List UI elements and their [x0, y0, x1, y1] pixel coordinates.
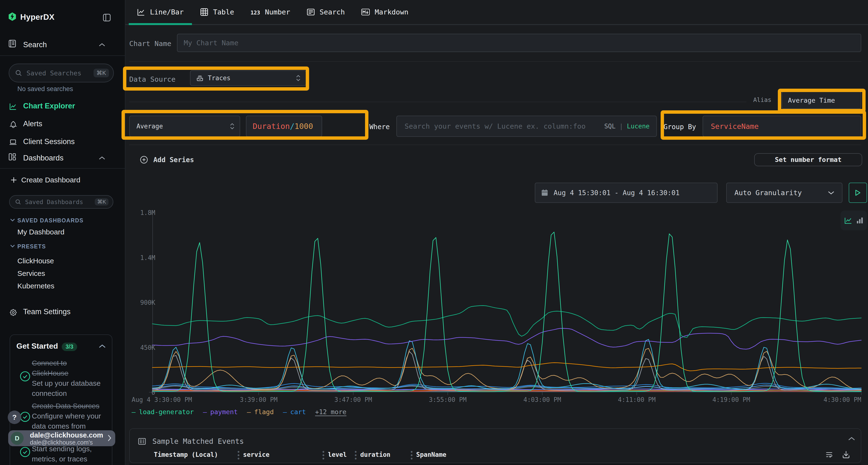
saved-dashboards-group[interactable]: SAVED DASHBOARDS — [18, 217, 84, 224]
timeseries-chart[interactable] — [152, 212, 861, 392]
series-more-1 — [152, 305, 861, 337]
sidebar-section-dashboards[interactable]: Dashboards — [0, 151, 125, 170]
x-tick-label: 3:39:00 PM — [240, 396, 278, 403]
legend-item-load-generator[interactable]: —load-generator — [132, 408, 194, 416]
time-range-input[interactable]: Aug 4 15:30:01 - Aug 4 16:30:01 — [535, 182, 717, 203]
hyperdx-app: HyperDX Search Saved Searches ⌘K No save… — [0, 0, 868, 465]
markdown-icon — [361, 8, 370, 16]
sample-matched-events-panel: Sample Matched Events Timestamp (Local)s… — [129, 428, 861, 463]
x-tick-label: 4:19:00 PM — [712, 396, 750, 403]
kbd-shortcut: ⌘K — [95, 198, 108, 205]
sidebar-item-alerts[interactable]: Alerts — [0, 115, 125, 133]
tab-markdown[interactable]: Markdown — [353, 0, 416, 24]
legend-item-payment[interactable]: —payment — [203, 408, 238, 416]
123-icon: 123 — [250, 8, 260, 16]
download-icon[interactable] — [842, 451, 850, 459]
column-header-service[interactable]: service — [243, 451, 270, 458]
alias-value: Average Time — [788, 97, 835, 104]
data-source-select[interactable]: Traces — [190, 70, 306, 86]
events-table-body-edge — [129, 464, 861, 465]
chevron-up-icon[interactable] — [99, 344, 105, 348]
saved-dashboards-input[interactable]: Saved Dashboards ⌘K — [9, 195, 113, 209]
create-dashboard-label: Create Dashboard — [21, 176, 80, 184]
sidebar-item-client-sessions[interactable]: Client Sessions — [0, 133, 125, 151]
granularity-select[interactable]: Auto Granularity — [726, 182, 842, 203]
legend-more-link[interactable]: +12 more — [315, 408, 346, 416]
sidebar-item-team-settings[interactable]: Team Settings — [0, 304, 125, 321]
column-header-timestamp-local-[interactable]: Timestamp (Local) — [154, 451, 218, 458]
column-drag-handle[interactable]: ••• — [237, 451, 240, 461]
list-icon — [138, 437, 146, 445]
column-drag-handle[interactable]: ••• — [410, 451, 413, 461]
set-number-format-button[interactable]: Set number format — [754, 153, 862, 166]
get-started-step-title: Create Data Sources — [32, 401, 99, 411]
text-wrap-icon[interactable] — [825, 451, 833, 459]
tab-line-bar[interactable]: Line/Bar — [129, 0, 192, 24]
series-load-generator — [152, 232, 861, 392]
where-search-input[interactable]: Search your events w/ Lucene ex. column:… — [396, 115, 657, 137]
legend-item-cart[interactable]: —cart — [283, 408, 306, 416]
sidebar-divider — [0, 168, 125, 169]
select-updown-icon — [296, 75, 301, 81]
tab-search[interactable]: Search — [299, 0, 353, 24]
get-started-step-subtitle: connection — [32, 388, 67, 399]
sidebar-section-search[interactable]: Search — [0, 38, 125, 57]
dashboard-icon — [8, 153, 17, 161]
y-tick-label: 900K — [140, 299, 155, 306]
y-tick-label: 0 — [151, 389, 155, 396]
plus-circle-icon — [140, 156, 148, 164]
chart-name-input[interactable]: My Chart Name — [177, 34, 861, 52]
saved-searches-input[interactable]: Saved Searches ⌘K — [9, 64, 114, 82]
user-account-button[interactable]: D dale@clickhouse.com dale@clickhouse.co… — [8, 430, 115, 446]
y-tick-label: 1.4M — [140, 254, 155, 261]
tab-number[interactable]: 123Number — [242, 0, 299, 24]
sql-expression-value: Duration/1000 — [253, 122, 313, 131]
chart-line-icon — [137, 8, 145, 16]
group-by-input[interactable]: ServiceName — [703, 115, 861, 137]
group-by-value: ServiceName — [711, 122, 759, 131]
column-header-spanname[interactable]: SpanName — [416, 451, 446, 458]
sidebar-item-kubernetes[interactable]: Kubernetes — [18, 282, 54, 290]
series-more-2 — [152, 363, 861, 371]
column-header-level[interactable]: level — [328, 451, 347, 458]
sidebar-item-my-dashboard[interactable]: My Dashboard — [18, 228, 64, 236]
column-header-duration[interactable]: duration — [360, 451, 390, 458]
alias-input[interactable]: Average Time — [782, 92, 861, 109]
divider — [129, 61, 861, 62]
series-more-4 — [152, 352, 861, 391]
add-series-button[interactable]: Add Series — [140, 156, 194, 164]
sidebar-collapse-icon[interactable] — [103, 13, 111, 22]
aggregation-select[interactable]: Average — [129, 115, 240, 137]
chart-canvas — [152, 212, 861, 392]
chevron-up-icon — [99, 156, 105, 160]
y-tick-label: 450K — [140, 344, 155, 351]
sidebar-item-services[interactable]: Services — [18, 269, 45, 277]
get-started-progress-badge: 3/3 — [62, 343, 77, 351]
run-query-button[interactable] — [849, 182, 867, 203]
lucene-toggle[interactable]: Lucene — [627, 123, 650, 130]
create-dashboard-button[interactable]: Create Dashboard — [10, 176, 80, 184]
tab-table[interactable]: Table — [192, 0, 242, 24]
query-language-toggle[interactable]: SQL | Lucene — [604, 123, 650, 130]
sidebar-item-chart-explorer[interactable]: Chart Explorer — [0, 98, 125, 115]
column-drag-handle[interactable]: ••• — [322, 451, 325, 461]
help-button[interactable]: ? — [8, 410, 21, 424]
collapse-events-icon[interactable] — [848, 437, 855, 441]
divider — [129, 102, 746, 102]
x-tick-label: 4:03:00 PM — [523, 396, 561, 403]
sidebar-item-label: Client Sessions — [23, 137, 75, 146]
legend-item-flagd[interactable]: —flagd — [247, 408, 274, 416]
presets-group[interactable]: PRESETS — [18, 243, 46, 250]
sidebar-item-clickhouse[interactable]: ClickHouse — [18, 257, 54, 265]
sql-expression-input[interactable]: Duration/1000 — [246, 115, 322, 137]
select-updown-icon — [230, 123, 235, 130]
chevron-down-icon — [10, 244, 15, 248]
add-series-label: Add Series — [153, 156, 194, 164]
column-drag-handle[interactable]: ••• — [354, 451, 357, 461]
sidebar-item-label: Chart Explorer — [23, 102, 75, 110]
kbd-shortcut: ⌘K — [94, 69, 109, 77]
events-panel-header: Sample Matched Events — [138, 437, 244, 445]
sidebar-item-label: Team Settings — [23, 307, 70, 316]
avatar: D — [10, 432, 24, 445]
app-title: HyperDX — [20, 12, 55, 22]
